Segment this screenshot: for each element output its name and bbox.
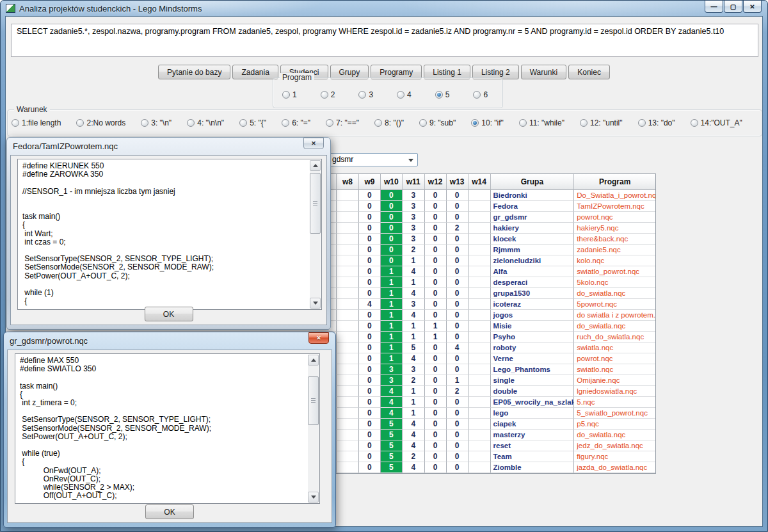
- toolbar-button-pytanie-do-bazy[interactable]: Pytanie do bazy: [158, 65, 230, 79]
- grid-cell: 0: [425, 440, 447, 451]
- scroll-up-icon[interactable]: [310, 160, 321, 171]
- warunek-radio-6[interactable]: 6: "=": [282, 118, 310, 127]
- scrollbar[interactable]: [310, 160, 321, 309]
- warunek-radio-4-n-n[interactable]: 4: "\n\n": [187, 118, 224, 127]
- scrollbar-thumb[interactable]: [310, 173, 321, 234]
- program-radio-3[interactable]: 3: [358, 90, 373, 99]
- table-row[interactable]: 04100lego5_swiatlo_powrot.nqc: [329, 408, 655, 419]
- program-radio-2[interactable]: 2: [321, 90, 335, 99]
- grid-cell: 0: [359, 364, 381, 375]
- table-row[interactable]: 01400Vernepowrot.nqc: [329, 353, 655, 364]
- table-row[interactable]: 05400resetjedz_do_swiatla.nqc: [329, 440, 655, 451]
- warunek-radio-label: 8: "()": [385, 118, 404, 127]
- column-header-program[interactable]: Program: [574, 174, 655, 190]
- scrollbar-thumb[interactable]: [308, 376, 319, 425]
- warunek-groupbox-label: Warunek: [14, 105, 50, 114]
- program-radio-1[interactable]: 1: [282, 90, 297, 99]
- table-row[interactable]: 01504robotyswiatla.nqc: [329, 343, 655, 353]
- program-cell: 5_swiatlo_powrot.nqc: [574, 408, 655, 419]
- warunek-radio-2-no-words[interactable]: 2:No words: [76, 118, 125, 127]
- warunek-radio-11-while[interactable]: 11: "while": [519, 118, 564, 127]
- table-row[interactable]: 05200Teamfigury.nqc: [329, 451, 655, 462]
- table-row[interactable]: 05400masterzydo_swiatla.nqc: [329, 430, 655, 440]
- program-radio-row: 123456: [273, 78, 502, 108]
- table-row[interactable]: 01100desperaci5kolo.nqc: [329, 277, 655, 288]
- program-radio-6[interactable]: 6: [473, 90, 488, 99]
- table-row[interactable]: 01110Misiedo_swiatla.nqc: [329, 321, 655, 332]
- column-header-grupa[interactable]: Grupa: [491, 174, 575, 190]
- dialog-fedora-close-button[interactable]: ✕: [303, 138, 324, 149]
- column-header-w10[interactable]: w10: [381, 174, 403, 190]
- warunek-radio-13-do[interactable]: 13: "do": [638, 118, 675, 127]
- program-radio-5[interactable]: 5: [435, 90, 450, 99]
- grupa-cell: Ziomble: [491, 462, 575, 473]
- table-row[interactable]: 05400ciapekp5.nqc: [329, 419, 655, 430]
- sql-query-input[interactable]: SELECT zadanie5.*, zespol.nazwa, program…: [11, 24, 758, 57]
- table-row[interactable]: 01400grupa1530do_swiatla.nqc: [329, 288, 655, 299]
- column-header-w12[interactable]: w12: [425, 174, 447, 190]
- column-header-w13[interactable]: w13: [447, 174, 468, 190]
- table-row[interactable]: 00300FedoraTamIZPowrotem.nqc: [329, 201, 655, 212]
- table-row[interactable]: 00300gr_gdsmrpowrot.nqc: [329, 212, 655, 223]
- maximize-button[interactable]: ▢: [724, 1, 742, 13]
- grid-cell: 1: [381, 288, 403, 299]
- ok-button[interactable]: OK: [145, 504, 194, 519]
- grid-cell: 4: [381, 397, 403, 408]
- table-row[interactable]: 01110Psyhoruch_do_swiatla.nqc: [329, 332, 655, 343]
- warunek-radio-3-n[interactable]: 3: "\n": [141, 118, 172, 127]
- titlebar[interactable]: Analiza projektów studenckich - Lego Min…: [1, 1, 767, 16]
- scroll-up-icon[interactable]: [308, 355, 319, 366]
- warunek-radio-14-out-a[interactable]: 14:"OUT_A": [691, 118, 742, 127]
- toolbar-button-koniec[interactable]: Koniec: [568, 65, 610, 79]
- warunek-radio-5[interactable]: 5: "{": [239, 118, 266, 127]
- table-row[interactable]: 00300BiedronkiDo_Swiatla_i_powrot.nqc: [329, 190, 655, 201]
- table-row[interactable]: 01400jogosdo swiatla i z powrotem.nq: [329, 310, 655, 321]
- dialog-gr-gdsmr-titlebar[interactable]: gr_gdsmr/powrot.nqc: [4, 332, 335, 349]
- warunek-radio-10-if[interactable]: 10: "if": [471, 118, 504, 127]
- program-radio-4[interactable]: 4: [397, 90, 412, 99]
- warunek-radio-12-until[interactable]: 12: "until": [580, 118, 623, 127]
- column-header-w8[interactable]: w8: [337, 174, 359, 190]
- table-row[interactable]: 03201singleOmijanie.nqc: [329, 375, 655, 386]
- grid-cell: [468, 364, 491, 375]
- grid-cell: 0: [447, 277, 468, 288]
- column-header-w14[interactable]: w14: [468, 174, 491, 190]
- toolbar-button-warunki[interactable]: Warunki: [521, 65, 567, 79]
- warunek-radio-7[interactable]: 7: "==": [326, 118, 359, 127]
- dialog-gr-gdsmr-close-button[interactable]: ✕: [308, 332, 329, 344]
- table-row[interactable]: 01400Alfaswiatlo_powrot.nqc: [329, 266, 655, 277]
- warunek-radio-8[interactable]: 8: "()": [374, 118, 404, 127]
- grid-cell: 0: [447, 245, 468, 255]
- table-row[interactable]: 03300Lego_Phantomsswiatlo.nqc: [329, 364, 655, 375]
- table-row[interactable]: 00100zieloneludzikikolo.nqc: [329, 255, 655, 266]
- dialog-gr-gdsmr-title: gr_gdsmr/powrot.nqc: [10, 336, 88, 346]
- grid-cell: 4: [403, 310, 425, 321]
- warunek-radio-1-file-length[interactable]: 1:file length: [12, 118, 61, 127]
- toolbar-button-zadania[interactable]: Zadania: [232, 65, 278, 79]
- column-header-w9[interactable]: w9: [359, 174, 381, 190]
- scroll-down-icon[interactable]: [310, 298, 321, 309]
- column-header-w11[interactable]: w11: [403, 174, 425, 190]
- scrollbar[interactable]: [308, 355, 319, 503]
- table-row[interactable]: 41300icoteraz5powrot.nqc: [329, 299, 655, 310]
- close-button[interactable]: ✕: [743, 1, 762, 13]
- warunek-radio-label: 7: "==": [336, 118, 359, 127]
- table-row[interactable]: 00302hakieryhakiery5.nqc: [329, 223, 655, 234]
- program-cell: ruch_do_swiatla.nqc: [574, 332, 655, 343]
- grid-cell: 0: [359, 223, 381, 234]
- warunek-radio-9-sub[interactable]: 9: "sub": [419, 118, 456, 127]
- grid-cell: 0: [359, 375, 381, 386]
- ok-button[interactable]: OK: [145, 307, 193, 321]
- table-row[interactable]: 05400Ziomblejazda_do_swiatla.nqc: [329, 462, 655, 473]
- dialog-fedora-code-memo[interactable]: #define KIERUNEK 550 #define ZAROWKA 350…: [17, 159, 322, 310]
- table-row[interactable]: 04102doublelgniedoswiatla.nqc: [329, 386, 655, 397]
- table-row[interactable]: 00300klocekthere&back.nqc: [329, 234, 655, 245]
- dialog-fedora-titlebar[interactable]: Fedora/TamIZPowrotem.nqc: [7, 138, 330, 154]
- table-row[interactable]: 04100EP05_wrocily_na_szlak5.nqc: [329, 397, 655, 408]
- scroll-down-icon[interactable]: [308, 492, 319, 503]
- dialog-gr-gdsmr-code-memo[interactable]: #define MAX 550 #define SWIATLO 350 task…: [15, 353, 320, 504]
- minimize-button[interactable]: —: [705, 1, 723, 13]
- grid-cell: [468, 451, 491, 462]
- table-row[interactable]: 00200Rjmmmzadanie5.nqc: [329, 245, 655, 255]
- close-icon: ✕: [311, 140, 316, 147]
